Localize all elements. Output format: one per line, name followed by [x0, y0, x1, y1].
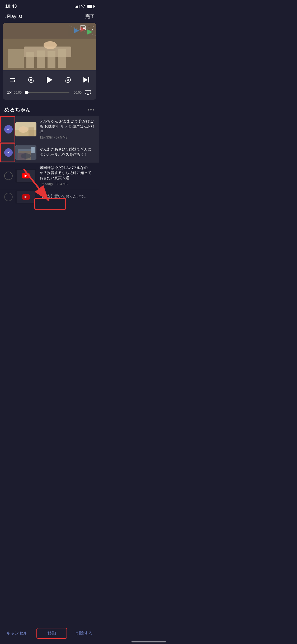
video-thumb-4: [15, 190, 36, 204]
fullscreen-icon[interactable]: [88, 25, 94, 32]
video-check-1[interactable]: ✓: [4, 125, 13, 134]
status-icons: [75, 4, 94, 8]
page-wrapper: 10:43 ‹ Playlist 完了: [0, 0, 99, 226]
svg-rect-24: [29, 127, 34, 136]
battery-fill: [87, 5, 92, 8]
svg-marker-18: [83, 77, 88, 82]
svg-text:15: 15: [67, 79, 69, 81]
svg-rect-14: [83, 27, 85, 29]
video-overlay-controls: [80, 25, 94, 32]
back-button[interactable]: ‹ Playlist: [4, 13, 22, 20]
done-button[interactable]: 完了: [85, 13, 95, 20]
video-thumb-3: [15, 169, 36, 183]
checkmark-1: ✓: [7, 127, 10, 131]
video-info-1: メルちゃん おままごと 卵かけご飯 お味噌汁 サラダ 朝ごはんお料理 12分33…: [40, 119, 95, 140]
video-item-1: ✓ メルちゃん おままごと 卵かけご飯 お味噌汁 サラダ 朝ごはんお料理 12分…: [0, 116, 99, 143]
svg-rect-31: [32, 147, 34, 151]
playlist-more-button[interactable]: •••: [88, 107, 95, 113]
battery-icon: [87, 5, 94, 8]
checkmark-2: ✓: [7, 150, 10, 155]
svg-rect-5: [37, 50, 45, 68]
svg-point-29: [21, 153, 31, 159]
svg-marker-16: [47, 76, 53, 83]
video-title-1: メルちゃん おままごと 卵かけご飯 お味噌汁 サラダ 朝ごはんお料理: [40, 119, 95, 134]
time-elapsed: 00:00: [14, 91, 24, 94]
svg-rect-3: [8, 49, 24, 68]
video-title-3: 米国株は今だけのバブルなのか？投資するなら絶対に知っておきたい真実５選: [40, 165, 95, 181]
airplay-button[interactable]: [84, 88, 92, 97]
repeat-button[interactable]: [7, 74, 18, 86]
signal-bar-2: [76, 6, 77, 8]
svg-text:15: 15: [30, 79, 32, 81]
chevron-left-icon: ‹: [4, 13, 6, 20]
play-button[interactable]: [44, 74, 55, 86]
svg-point-23: [18, 126, 28, 133]
skip-forward-button[interactable]: 15: [62, 74, 74, 86]
video-meta-3: 22分30秒 - 39.4 MB: [40, 182, 95, 186]
video-preview: [3, 23, 96, 70]
signal-bar-4: [79, 5, 79, 8]
svg-rect-4: [26, 52, 34, 68]
nav-bar: ‹ Playlist 完了: [0, 11, 99, 23]
signal-bar-1: [75, 7, 76, 8]
video-thumb-2: [15, 145, 36, 160]
back-label: Playlist: [7, 14, 22, 19]
svg-point-12: [44, 41, 57, 49]
video-title-2: かんあきあさひ３姉妹でぎんにダンボールハウスを作ろう！: [40, 147, 95, 157]
pip-icon[interactable]: [80, 25, 86, 32]
video-thumb-1: [15, 122, 36, 136]
speed-row: 1x 00:00 00:00: [7, 88, 92, 97]
progress-bar[interactable]: [26, 92, 69, 93]
video-item-4: 【激安】置いておくだけで…: [0, 189, 99, 205]
video-title-4: 【激安】置いておくだけで…: [40, 194, 95, 199]
video-info-3: 米国株は今だけのバブルなのか？投資するなら絶対に知っておきたい真実５選 22分3…: [40, 165, 95, 186]
progress-container: 00:00 00:00: [14, 91, 82, 94]
video-item-2: ✓ かんあきあさひ３姉妹でぎんにダンボールハウスを作ろう！: [0, 143, 99, 163]
next-track-button[interactable]: [81, 74, 92, 86]
svg-marker-20: [86, 93, 89, 95]
video-check-4[interactable]: [4, 193, 13, 201]
video-check-3[interactable]: [4, 172, 13, 180]
signal-bar-3: [77, 6, 78, 8]
wifi-icon: [81, 4, 85, 8]
svg-rect-19: [88, 77, 89, 82]
video-info-2: かんあきあさひ３姉妹でぎんにダンボールハウスを作ろう！: [40, 147, 95, 158]
video-player: 15 15: [3, 23, 96, 100]
svg-rect-6: [48, 51, 55, 68]
video-meta-1: 12分33秒 - 57.5 MB: [40, 135, 95, 140]
svg-rect-7: [58, 49, 66, 68]
progress-thumb[interactable]: [25, 91, 29, 94]
skip-back-button[interactable]: 15: [25, 74, 37, 86]
controls-row: 15 15: [7, 74, 92, 86]
video-item-3: 米国株は今だけのバブルなのか？投資するなら絶対に知っておきたい真実５選 22分3…: [0, 163, 99, 189]
playlist-section: めるちゃん ••• ✓ メルちゃん おままごと 卵かけご飯: [0, 104, 99, 205]
playlist-header: めるちゃん •••: [0, 104, 99, 116]
player-controls: 15 15: [3, 70, 96, 100]
status-bar: 10:43: [0, 0, 99, 11]
video-list: ✓ メルちゃん おままごと 卵かけご飯 お味噌汁 サラダ 朝ごはんお料理 12分…: [0, 116, 99, 205]
playlist-name: めるちゃん: [4, 106, 31, 113]
speed-label[interactable]: 1x: [7, 90, 12, 95]
video-check-2[interactable]: ✓: [4, 148, 13, 157]
signal-bars-icon: [75, 5, 79, 8]
time-remaining: 00:00: [72, 91, 82, 94]
video-info-4: 【激安】置いておくだけで…: [40, 194, 95, 200]
status-time: 10:43: [5, 4, 17, 9]
